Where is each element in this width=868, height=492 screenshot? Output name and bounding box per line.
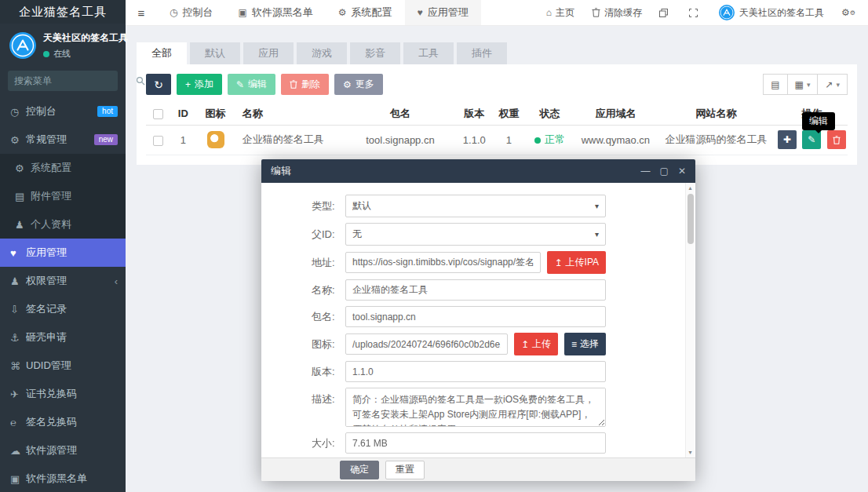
col-weight: 权重 <box>493 103 525 125</box>
reset-button[interactable]: 重置 <box>385 461 425 479</box>
parent-id-select[interactable]: 无▾ <box>345 223 606 246</box>
blacklist-book-icon: ▣ <box>238 7 246 18</box>
refresh-button[interactable]: ↻ <box>146 74 171 95</box>
icon-input[interactable] <box>345 333 508 355</box>
gear-icon: ⚙ <box>15 162 31 174</box>
choose-button[interactable]: ≡选择 <box>564 333 606 355</box>
user-menu[interactable]: 天美社区的签名工具 <box>710 0 833 25</box>
tab-plugins[interactable]: 插件 <box>457 42 507 64</box>
upload-ipa-button[interactable]: ↥上传IPA <box>547 251 606 274</box>
home-button[interactable]: ⌂主页 <box>538 0 583 25</box>
edit-tooltip: 编辑 <box>802 112 835 130</box>
add-button[interactable]: +添加 <box>177 74 222 95</box>
sidebar-item-sign-records[interactable]: ⇩签名记录 <box>0 295 126 323</box>
description-label: 描述: <box>261 388 345 406</box>
modal-scrollbar[interactable]: ▴ ▾ <box>685 183 695 457</box>
detail-view-icon: ▤ <box>771 79 779 90</box>
heart-icon: ♥ <box>418 7 423 18</box>
confirm-button[interactable]: 确定 <box>340 461 379 479</box>
export-button[interactable]: ↗▾ <box>818 74 848 95</box>
row-checkbox[interactable] <box>153 136 163 146</box>
copy-page-button[interactable] <box>651 0 680 25</box>
delete-button[interactable]: 删除 <box>281 74 329 95</box>
tab-all[interactable]: 全部 <box>137 42 187 64</box>
hot-badge: hot <box>97 106 118 117</box>
hamburger-menu-icon[interactable]: ≡ <box>126 0 157 25</box>
cell-name: 企业猫的签名工具 <box>235 125 345 155</box>
version-label: 版本: <box>261 365 345 379</box>
trash-icon <box>290 80 297 89</box>
pencil-icon: ✎ <box>236 80 244 89</box>
move-button[interactable]: ✚ <box>778 130 797 149</box>
move-icon: ✚ <box>783 134 791 145</box>
tab-tools[interactable]: 工具 <box>403 42 454 64</box>
clear-cache-button[interactable]: 清除缓存 <box>583 0 651 25</box>
sidebar-item-software-source-management[interactable]: ☁软件源管理 <box>0 436 126 465</box>
user-name: 天美社区的签名工具 <box>43 31 128 45</box>
sidebar-search-input[interactable] <box>14 75 136 86</box>
edit-button[interactable]: ✎编辑 <box>228 74 275 95</box>
sidebar-item-profile[interactable]: ♟个人资料 <box>0 210 126 239</box>
chevron-down-icon: ▾ <box>836 81 840 89</box>
sidebar-item-dashboard[interactable]: ◷控制台hot <box>0 97 126 126</box>
topnav-system-config[interactable]: ⚙系统配置 <box>326 0 405 25</box>
sidebar-item-permission-management[interactable]: ♟权限管理‹ <box>0 267 126 295</box>
maximize-icon[interactable]: ▢ <box>660 166 669 176</box>
list-icon: ≡ <box>571 339 577 350</box>
category-tabs: 全部 默认 应用 游戏 影音 工具 插件 <box>126 26 868 64</box>
name-input[interactable] <box>345 279 606 301</box>
modal-titlebar: 编辑 — ▢ ✕ <box>261 159 695 183</box>
sidebar-item-udid-management[interactable]: ⌘UDID管理 <box>0 352 126 380</box>
url-input[interactable] <box>345 252 541 273</box>
tab-default[interactable]: 默认 <box>190 42 240 64</box>
sidebar-item-cert-redeem-code[interactable]: ✈证书兑换码 <box>0 380 126 408</box>
heart-icon: ♥ <box>10 247 26 259</box>
sidebar-item-software-source-blacklist[interactable]: ▣软件源黑名单 <box>0 465 126 492</box>
dashboard-icon: ◷ <box>10 106 26 118</box>
cell-weight: 1 <box>493 125 525 155</box>
tab-media[interactable]: 影音 <box>350 42 400 64</box>
type-select[interactable]: 默认▾ <box>345 195 606 217</box>
scroll-down-icon[interactable]: ▾ <box>686 449 695 456</box>
topnav-software-source-blacklist[interactable]: ▣软件源黑名单 <box>225 0 325 25</box>
size-input[interactable] <box>345 432 606 454</box>
select-all-checkbox[interactable] <box>153 109 163 119</box>
search-icon <box>136 76 145 86</box>
tab-app[interactable]: 应用 <box>243 42 294 64</box>
cell-site: 企业猫源码的签名工具 <box>656 125 775 155</box>
col-version: 版本 <box>456 103 494 125</box>
fullscreen-button[interactable] <box>680 0 710 25</box>
scrollbar-thumb[interactable] <box>687 194 694 244</box>
description-textarea[interactable]: 简介：企业猫源码的签名工具是一款iOS免费的签名工具，可签名安装未上架App S… <box>345 388 606 427</box>
modal-body: 类型: 默认▾ 父ID: 无▾ 地址: ↥上传IPA 名称: 包名: 图标: <box>261 183 695 457</box>
col-name: 名称 <box>235 103 345 125</box>
status-dot-icon <box>534 137 541 144</box>
sidebar-item-attachment-management[interactable]: ▤附件管理 <box>0 182 126 210</box>
sidebar-item-system-config[interactable]: ⚙系统配置 <box>0 154 126 182</box>
package-input[interactable] <box>345 306 606 327</box>
more-button[interactable]: ⚙更多 <box>334 74 383 95</box>
sidebar-item-sign-redeem-code[interactable]: ℮签名兑换码 <box>0 408 126 436</box>
sidebar-item-general-management[interactable]: ⚙常规管理new <box>0 126 126 154</box>
copy-icon <box>659 9 668 17</box>
plus-icon: + <box>185 80 191 89</box>
sidebar-item-app-management[interactable]: ♥应用管理 <box>0 239 126 267</box>
apps-table: ID 图标 名称 包名 版本 权重 状态 应用域名 网站名称 操作 1 <box>146 103 848 155</box>
col-site: 网站名称 <box>656 103 775 125</box>
row-delete-button[interactable] <box>827 130 846 149</box>
person-icon: ♟ <box>15 219 31 231</box>
close-icon[interactable]: ✕ <box>678 166 686 176</box>
gear-icon: ⚙ <box>343 80 352 89</box>
tab-game[interactable]: 游戏 <box>297 42 347 64</box>
detail-view-button[interactable]: ▤ <box>763 74 787 95</box>
sidebar-item-shell-crack-request[interactable]: ⚓砸壳申请 <box>0 323 126 352</box>
upload-button[interactable]: ↥上传 <box>514 333 558 355</box>
minimize-icon[interactable]: — <box>641 166 651 176</box>
app-store-logo-icon <box>9 32 36 59</box>
scroll-up-icon[interactable]: ▴ <box>686 184 695 191</box>
topnav-dashboard[interactable]: ◷控制台 <box>157 0 225 25</box>
columns-button[interactable]: ▦▾ <box>788 74 819 95</box>
topnav-app-management[interactable]: ♥应用管理 <box>405 0 481 25</box>
version-input[interactable] <box>345 361 606 382</box>
settings-button[interactable]: ⚙⚙ <box>833 0 868 25</box>
